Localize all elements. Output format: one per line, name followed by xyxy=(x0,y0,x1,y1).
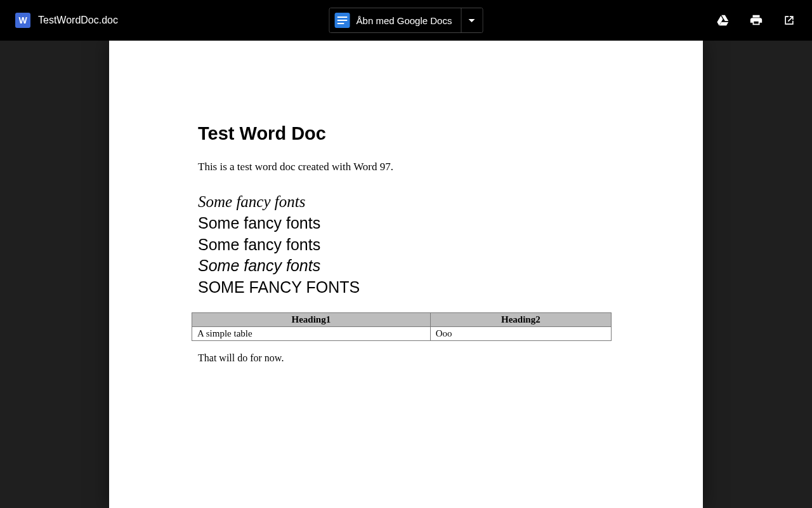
open-with-label: Åbn med Google Docs xyxy=(357,15,452,26)
table-header-2: Heading2 xyxy=(430,312,611,326)
fancy-line-5: SOME FANCY FONTS xyxy=(198,277,614,298)
open-with-google-docs-button[interactable]: Åbn med Google Docs xyxy=(330,8,461,32)
document-title: Test Word Doc xyxy=(198,123,614,144)
table-row: A simple table Ooo xyxy=(192,326,612,340)
print-button[interactable] xyxy=(749,13,764,28)
fancy-font-samples: Some fancy fonts Some fancy fonts Some f… xyxy=(198,191,614,298)
google-docs-icon xyxy=(335,13,350,28)
chevron-down-icon xyxy=(469,19,475,22)
fancy-line-2: Some fancy fonts xyxy=(198,213,614,234)
table-cell-2: Ooo xyxy=(430,326,611,340)
table-header-1: Heading1 xyxy=(192,312,431,326)
document-intro: This is a test word doc created with Wor… xyxy=(198,161,614,173)
fancy-line-1: Some fancy fonts xyxy=(198,191,614,213)
file-name-label: TestWordDoc.doc xyxy=(38,15,118,26)
fancy-line-3: Some fancy fonts xyxy=(198,234,614,256)
table-cell-1: A simple table xyxy=(192,326,431,340)
document-table: Heading1 Heading2 A simple table Ooo xyxy=(192,312,612,341)
file-badge-letter: W xyxy=(18,15,27,25)
word-file-icon: W xyxy=(15,13,30,28)
open-with-group: Åbn med Google Docs xyxy=(329,8,483,33)
header-actions xyxy=(716,13,797,28)
document-page: Test Word Doc This is a test word doc cr… xyxy=(109,41,703,508)
table-header-row: Heading1 Heading2 xyxy=(192,312,612,326)
open-external-icon xyxy=(783,14,796,27)
open-in-new-button[interactable] xyxy=(782,13,797,28)
open-with-dropdown-button[interactable] xyxy=(461,8,482,32)
document-outro: That will do for now. xyxy=(198,352,614,364)
fancy-line-4: Some fancy fonts xyxy=(198,255,614,277)
printer-icon xyxy=(749,13,763,27)
save-to-drive-button[interactable] xyxy=(716,13,731,28)
google-drive-icon xyxy=(716,13,730,27)
app-header: W TestWordDoc.doc Åbn med Google Docs xyxy=(0,0,812,41)
document-stage: Test Word Doc This is a test word doc cr… xyxy=(0,41,812,508)
